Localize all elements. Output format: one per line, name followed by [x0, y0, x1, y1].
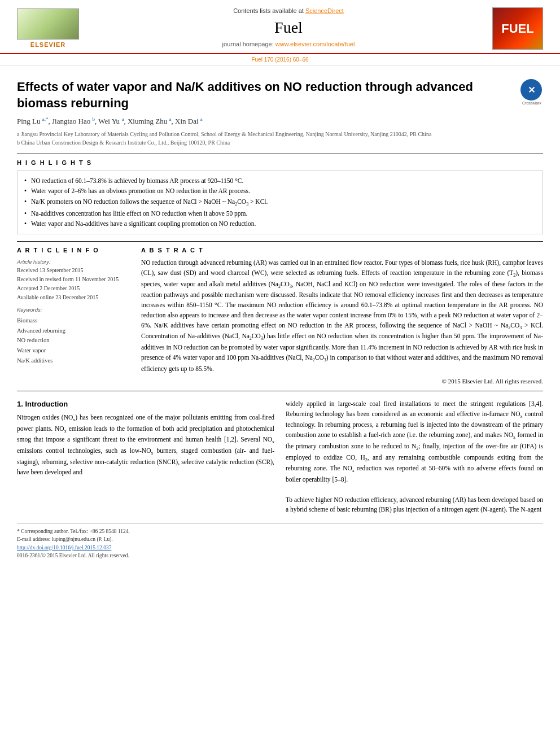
affiliations: a Jiangsu Provincial Key Laboratory of M… [17, 130, 543, 147]
journal-homepage-url[interactable]: www.elsevier.com/locate/fuel [275, 41, 355, 47]
contents-text: Contents lists available at [233, 7, 304, 14]
section-title: Introduction [25, 400, 68, 408]
crossmark-icon: ✕ [520, 79, 542, 101]
affiliation-a: a Jiangsu Provincial Key Laboratory of M… [17, 130, 543, 138]
doi-bar: Fuel 170 (2016) 60–66 [0, 54, 560, 66]
svg-point-2 [40, 11, 56, 25]
svg-text:✕: ✕ [528, 85, 535, 95]
affiliation-b: b China Urban Construction Design & Rese… [17, 138, 543, 147]
highlight-item-4: Na-additives concentration has little ef… [24, 208, 536, 219]
article-info-abstract-section: A R T I C L E I N F O Article history: R… [17, 246, 543, 386]
journal-header: ELSEVIER Contents lists available at Sci… [0, 0, 560, 54]
section-number: 1. [17, 400, 23, 408]
keywords-label: Keywords: [17, 306, 130, 313]
svg-point-3 [49, 15, 67, 29]
highlight-item-3: Na/K promoters on NO reduction follows t… [24, 196, 536, 208]
abstract-title: A B S T R A C T [141, 246, 543, 255]
email-note: E-mail address: luping@njnu.edu.cn (P. L… [17, 535, 130, 543]
keyword-5: Na/K additives [17, 356, 130, 366]
divider-3 [17, 391, 543, 391]
keyword-2: Advanced reburning [17, 326, 130, 336]
highlights-section: H I G H L I G H T S NO reduction of 60.1… [17, 159, 543, 234]
page: ELSEVIER Contents lists available at Sci… [0, 0, 560, 568]
highlight-item-1: NO reduction of 60.1–73.8% is achieved b… [24, 176, 536, 186]
introduction-text-col2: widely applied in large-scale coal fired… [286, 399, 543, 515]
svg-rect-6 [57, 28, 59, 33]
elsevier-wordmark: ELSEVIER [30, 41, 65, 49]
abstract-text: NO reduction through advanced reburning … [141, 258, 543, 374]
introduction-heading: 1. Introduction [17, 399, 274, 409]
abstract-column: A B S T R A C T NO reduction through adv… [141, 246, 543, 386]
svg-rect-5 [47, 25, 49, 33]
highlight-item-2: Water vapor of 2–6% has an obvious promo… [24, 186, 536, 196]
article-info-column: A R T I C L E I N F O Article history: R… [17, 246, 130, 386]
introduction-col-left: 1. Introduction Nitrogen oxides (NOx) ha… [17, 399, 274, 515]
keyword-1: Biomass [17, 316, 130, 326]
header-left: ELSEVIER [11, 8, 85, 49]
journal-title: Fuel [85, 16, 492, 38]
main-content: Effects of water vapor and Na/K additive… [0, 66, 560, 568]
highlights-title: H I G H L I G H T S [17, 159, 543, 167]
introduction-col-right: widely applied in large-scale coal fired… [286, 399, 543, 515]
doi-link[interactable]: http://dx.doi.org/10.1016/j.fuel.2015.12… [17, 545, 111, 551]
crossmark-label: CrossMark [520, 101, 543, 106]
svg-point-1 [27, 13, 47, 29]
elsevier-logo: ELSEVIER [11, 8, 85, 49]
highlight-item-5: Water vapor and Na-additives have a sign… [24, 219, 536, 229]
divider-2 [17, 241, 543, 242]
divider-1 [17, 154, 543, 154]
copyright-text: © 2015 Elsevier Ltd. All rights reserved… [141, 377, 543, 386]
journal-homepage-label: journal homepage: [222, 41, 274, 47]
received-date: Received 13 September 2015 [17, 267, 130, 274]
svg-rect-4 [36, 28, 38, 33]
authors: Ping Lu a,*, Jiangtao Hao b, Wei Yu a, X… [17, 116, 543, 127]
online-date: Available online 23 December 2015 [17, 294, 130, 302]
sciencedirect-link[interactable]: ScienceDirect [305, 7, 344, 14]
introduction-section: 1. Introduction Nitrogen oxides (NOx) ha… [17, 399, 543, 515]
corresponding-author-note: * Corresponding author. Tel./fax: +86 25… [17, 527, 130, 535]
copyright-notice: 0016-2361/© 2015 Elsevier Ltd. All right… [17, 552, 130, 560]
accepted-date: Accepted 2 December 2015 [17, 285, 130, 292]
footnote-area: * Corresponding author. Tel./fax: +86 25… [17, 527, 130, 560]
introduction-two-col: 1. Introduction Nitrogen oxides (NOx) ha… [17, 399, 543, 515]
svg-rect-0 [20, 10, 76, 38]
journal-homepage: journal homepage: www.elsevier.com/locat… [85, 40, 492, 49]
article-title-section: Effects of water vapor and Na/K additive… [17, 79, 543, 111]
revised-date: Received in revised form 11 November 201… [17, 276, 130, 283]
article-info-title: A R T I C L E I N F O [17, 246, 130, 255]
header-right: FUEL [492, 7, 549, 50]
header-center: Contents lists available at ScienceDirec… [85, 5, 492, 53]
highlights-list: NO reduction of 60.1–73.8% is achieved b… [24, 176, 536, 229]
article-title: Effects of water vapor and Na/K additive… [17, 79, 512, 111]
introduction-text-col1: Nitrogen oxides (NOx) has been recognize… [17, 413, 274, 477]
keyword-4: Water vapor [17, 346, 130, 356]
sciencedirect-text: Contents lists available at ScienceDirec… [85, 7, 492, 15]
page-footer: * Corresponding author. Tel./fax: +86 25… [17, 523, 543, 560]
fuel-journal-logo: FUEL [492, 7, 543, 50]
history-label: Article history: [17, 258, 130, 265]
highlights-box: NO reduction of 60.1–73.8% is achieved b… [17, 171, 543, 234]
elsevier-logo-image [17, 8, 79, 40]
crossmark-badge[interactable]: ✕ CrossMark [520, 79, 543, 102]
keyword-3: NO reduction [17, 335, 130, 346]
